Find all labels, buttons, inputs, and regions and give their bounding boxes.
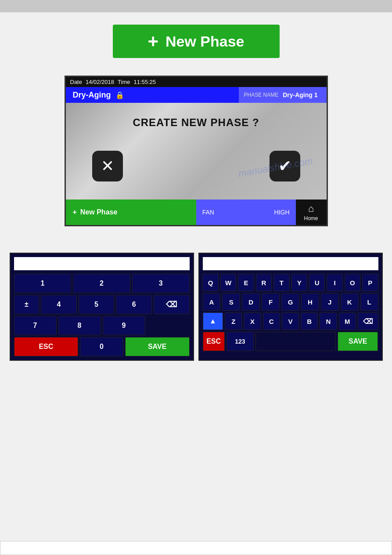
home-button[interactable]: ⌂ Home <box>296 200 327 225</box>
key-j[interactable]: J <box>321 293 339 311</box>
dialog-title: CREATE NEW PHASE ? <box>133 116 259 129</box>
key-4[interactable]: 4 <box>41 295 77 314</box>
alpha-row-4: ESC 123 SAVE <box>203 332 378 351</box>
lock-icon: 🔒 <box>115 91 124 99</box>
num-row-2: ± 4 5 6 ⌫ <box>14 295 190 314</box>
key-3[interactable]: 3 <box>132 274 190 293</box>
alpha-input[interactable] <box>203 257 378 270</box>
key-p[interactable]: P <box>362 274 378 291</box>
fan-value: HIGH <box>274 209 290 216</box>
key-n[interactable]: N <box>320 312 337 330</box>
alpha-row-3: ▲ Z X C V B N M ⌫ <box>203 312 378 330</box>
alpha-row-1: Q W E R T Y U I O P <box>203 274 378 291</box>
key-9[interactable]: 9 <box>103 316 145 335</box>
key-plus-minus[interactable]: ± <box>14 295 40 314</box>
num-toggle-key[interactable]: 123 <box>227 332 254 351</box>
key-2[interactable]: 2 <box>73 274 130 293</box>
key-c[interactable]: C <box>263 312 280 330</box>
top-bar <box>0 0 392 12</box>
keyboards-area: 1 2 3 ± 4 5 6 ⌫ 7 8 9 ESC 0 <box>7 253 385 361</box>
key-q[interactable]: Q <box>202 274 218 291</box>
home-icon: ⌂ <box>308 203 314 214</box>
key-8[interactable]: 8 <box>58 316 101 335</box>
key-6[interactable]: 6 <box>116 295 152 314</box>
screen-topbar: Date 14/02/2018 Time 11:55:25 <box>66 77 327 87</box>
key-y[interactable]: Y <box>291 274 307 291</box>
key-5[interactable]: 5 <box>79 295 115 314</box>
home-label: Home <box>304 215 318 221</box>
num-row-4: ESC 0 SAVE <box>14 337 190 356</box>
num-save-key[interactable]: SAVE <box>125 337 190 356</box>
program-name: Dry-Aging <box>73 91 111 100</box>
key-f[interactable]: F <box>262 293 280 311</box>
key-s[interactable]: S <box>222 293 240 311</box>
alpha-row-2: A S D F G H J K L <box>203 293 378 311</box>
key-v[interactable]: V <box>282 312 299 330</box>
date-value: 14/02/2018 <box>86 79 114 85</box>
new-phase-button-top[interactable]: + New Phase <box>113 25 280 58</box>
bottom-plus-icon: + <box>73 208 77 216</box>
key-b[interactable]: B <box>301 312 318 330</box>
dialog-buttons: ✕ ✔ <box>66 151 327 195</box>
plus-icon: + <box>147 31 158 52</box>
space-key[interactable] <box>255 332 336 351</box>
key-0[interactable]: 0 <box>80 337 123 356</box>
alpha-esc-key[interactable]: ESC <box>203 332 225 351</box>
new-phase-label: New Phase <box>165 33 245 50</box>
alpha-backspace-key[interactable]: ⌫ <box>358 312 378 330</box>
key-u[interactable]: U <box>309 274 325 291</box>
phase-name-value: Dry-Aging 1 <box>283 91 317 98</box>
key-x[interactable]: X <box>244 312 261 330</box>
program-name-section: Dry-Aging 🔒 <box>66 87 239 103</box>
key-l[interactable]: L <box>360 293 378 311</box>
key-e[interactable]: E <box>238 274 254 291</box>
fan-control[interactable]: FAN HIGH <box>196 200 296 225</box>
key-t[interactable]: T <box>273 274 289 291</box>
key-i[interactable]: I <box>327 274 342 291</box>
num-row-3: 7 8 9 <box>14 316 190 335</box>
numeric-key-rows: 1 2 3 ± 4 5 6 ⌫ 7 8 9 ESC 0 <box>14 274 190 356</box>
confirm-button[interactable]: ✔ <box>270 151 300 181</box>
device-bottom-bar: + New Phase FAN HIGH ⌂ Home <box>66 200 327 225</box>
key-r[interactable]: R <box>256 274 272 291</box>
numeric-input[interactable] <box>14 257 190 270</box>
time-label: Time <box>118 79 130 85</box>
key-z[interactable]: Z <box>225 312 242 330</box>
key-7[interactable]: 7 <box>14 316 57 335</box>
fan-label: FAN <box>202 209 214 216</box>
num-esc-key[interactable]: ESC <box>14 337 79 356</box>
key-o[interactable]: O <box>345 274 360 291</box>
date-label: Date <box>70 79 82 85</box>
phase-name-label: PHASE NAME <box>244 92 279 98</box>
key-m[interactable]: M <box>339 312 356 330</box>
key-d[interactable]: D <box>242 293 260 311</box>
phase-name-section: PHASE NAME Dry-Aging 1 <box>239 87 327 103</box>
cancel-button[interactable]: ✕ <box>92 151 123 181</box>
shift-key[interactable]: ▲ <box>203 312 223 330</box>
num-backspace-key[interactable]: ⌫ <box>154 295 190 314</box>
phase-name-bar: Dry-Aging 🔒 PHASE NAME Dry-Aging 1 <box>66 87 327 103</box>
bottom-new-phase-button[interactable]: + New Phase <box>66 200 196 225</box>
dialog-area: CREATE NEW PHASE ? ✕ ✔ manualshlve.com <box>66 103 327 200</box>
key-k[interactable]: K <box>341 293 359 311</box>
confirm-icon: ✔ <box>278 157 291 175</box>
alpha-key-rows: Q W E R T Y U I O P A S D F G H J K <box>203 274 378 351</box>
numeric-keyboard: 1 2 3 ± 4 5 6 ⌫ 7 8 9 ESC 0 <box>10 253 194 361</box>
footer-bar <box>0 541 392 555</box>
key-1[interactable]: 1 <box>14 274 72 293</box>
key-g[interactable]: G <box>281 293 299 311</box>
key-h[interactable]: H <box>301 293 319 311</box>
cancel-icon: ✕ <box>101 157 114 175</box>
bottom-new-phase-label: New Phase <box>80 208 117 216</box>
device-screen: Date 14/02/2018 Time 11:55:25 Dry-Aging … <box>65 76 328 226</box>
key-a[interactable]: A <box>203 293 221 311</box>
key-w[interactable]: W <box>220 274 236 291</box>
num-row-1: 1 2 3 <box>14 274 190 293</box>
alpha-save-key[interactable]: SAVE <box>338 332 378 351</box>
alpha-keyboard: Q W E R T Y U I O P A S D F G H J K <box>198 253 383 361</box>
time-value: 11:55:25 <box>133 79 156 85</box>
